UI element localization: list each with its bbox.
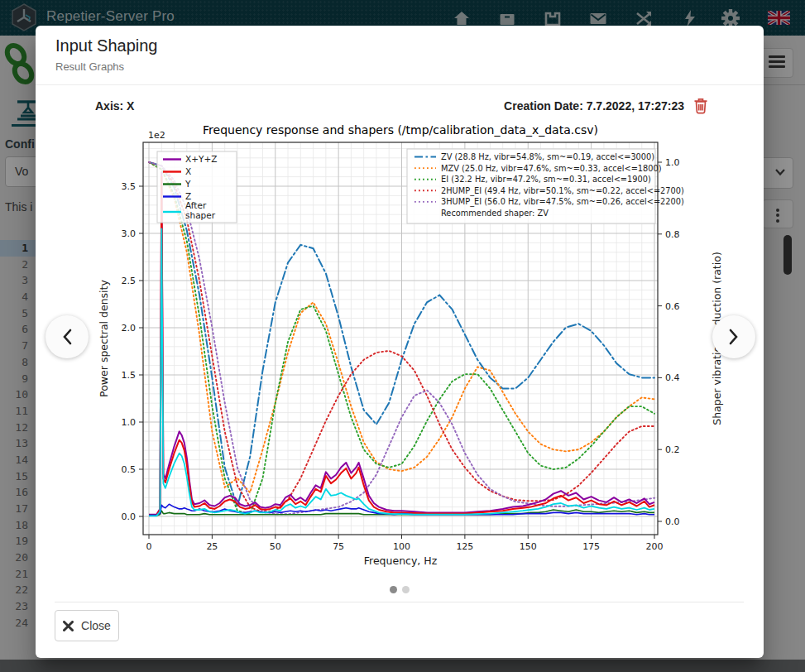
svg-text:1.0: 1.0	[122, 417, 137, 428]
page-dot-1[interactable]	[390, 586, 397, 593]
close-button[interactable]: Close	[55, 610, 119, 641]
close-button-label: Close	[81, 619, 111, 632]
previous-graph-button[interactable]	[46, 315, 89, 358]
svg-text:EI (32.2 Hz, vibr=47.2%, sm~=0: EI (32.2 Hz, vibr=47.2%, sm~=0.31, accel…	[441, 175, 651, 184]
creation-date: Creation Date: 7.7.2022, 17:27:23	[504, 97, 709, 114]
creation-date-label: Creation Date: 7.7.2022, 17:27:23	[504, 99, 684, 113]
svg-text:1.0: 1.0	[665, 157, 680, 168]
svg-text:150: 150	[520, 541, 537, 552]
svg-text:0.2: 0.2	[665, 444, 680, 455]
footer-divider	[55, 602, 744, 602]
svg-text:X+Y+Z: X+Y+Z	[185, 154, 217, 164]
svg-text:Power spectral density: Power spectral density	[98, 280, 110, 397]
svg-text:3.0: 3.0	[122, 228, 137, 239]
svg-text:125: 125	[456, 541, 473, 552]
svg-text:After: After	[185, 200, 207, 210]
carousel-pagination	[36, 586, 764, 593]
frequency-response-chart: 0.00.51.01.52.02.53.03.50.00.20.40.60.81…	[95, 120, 728, 577]
svg-text:3HUMP_EI (56.0 Hz, vibr=47.5%,: 3HUMP_EI (56.0 Hz, vibr=47.5%, sm~=0.26,…	[441, 197, 684, 207]
input-shaping-modal: Input Shaping Result Graphs Axis: X Crea…	[36, 26, 764, 658]
svg-text:75: 75	[333, 541, 344, 552]
svg-text:2.0: 2.0	[122, 323, 137, 334]
chevron-right-icon	[729, 329, 739, 345]
trash-icon[interactable]	[692, 97, 709, 114]
svg-text:Recommended shaper: ZV: Recommended shaper: ZV	[441, 209, 549, 218]
screen: Repetier-Server Pro	[0, 0, 805, 672]
svg-text:50: 50	[270, 541, 281, 552]
svg-text:Frequency response and shapers: Frequency response and shapers (/tmp/cal…	[203, 123, 598, 137]
svg-text:0.0: 0.0	[665, 516, 680, 527]
svg-text:Y: Y	[184, 179, 191, 189]
svg-text:0: 0	[146, 541, 152, 552]
chart-meta-row: Axis: X Creation Date: 7.7.2022, 17:27:2…	[95, 97, 709, 114]
svg-text:100: 100	[393, 541, 410, 552]
axis-label: Axis: X	[95, 99, 134, 113]
svg-text:0.6: 0.6	[665, 301, 680, 312]
svg-text:175: 175	[582, 541, 600, 552]
next-graph-button[interactable]	[712, 315, 755, 358]
svg-text:1e2: 1e2	[148, 130, 165, 141]
close-x-icon	[63, 621, 74, 631]
svg-text:1.5: 1.5	[122, 370, 137, 381]
page-dot-2[interactable]	[402, 586, 410, 593]
legend-shapers: ZV (28.8 Hz, vibr=54.8%, sm~=0.19, accel…	[407, 149, 684, 223]
svg-text:0.4: 0.4	[665, 372, 680, 383]
svg-text:0.8: 0.8	[665, 229, 680, 240]
svg-text:ZV (28.8 Hz, vibr=54.8%, sm~=0: ZV (28.8 Hz, vibr=54.8%, sm~=0.19, accel…	[441, 152, 654, 161]
svg-text:X: X	[185, 166, 191, 176]
modal-subtitle: Result Graphs	[55, 60, 744, 73]
svg-text:shaper: shaper	[185, 210, 216, 220]
svg-text:25: 25	[206, 541, 218, 552]
svg-text:0.5: 0.5	[122, 464, 137, 475]
svg-text:200: 200	[646, 541, 664, 552]
svg-text:MZV (25.0 Hz, vibr=47.6%, sm~=: MZV (25.0 Hz, vibr=47.6%, sm~=0.33, acce…	[441, 164, 662, 173]
modal-header: Input Shaping Result Graphs	[36, 26, 764, 85]
svg-text:2HUMP_EI (49.4 Hz, vibr=50.1%,: 2HUMP_EI (49.4 Hz, vibr=50.1%, sm~=0.22,…	[441, 186, 684, 196]
chart-container: 0.00.51.01.52.02.53.03.50.00.20.40.60.81…	[95, 120, 728, 577]
svg-text:Frequency, Hz: Frequency, Hz	[364, 554, 438, 567]
legend-psd: X+Y+ZXYZAftershaper	[157, 151, 237, 223]
svg-text:2.5: 2.5	[122, 276, 137, 286]
svg-text:3.5: 3.5	[122, 181, 137, 192]
svg-text:0.0: 0.0	[122, 511, 137, 522]
modal-title: Input Shaping	[55, 36, 744, 55]
chevron-left-icon	[62, 329, 72, 345]
